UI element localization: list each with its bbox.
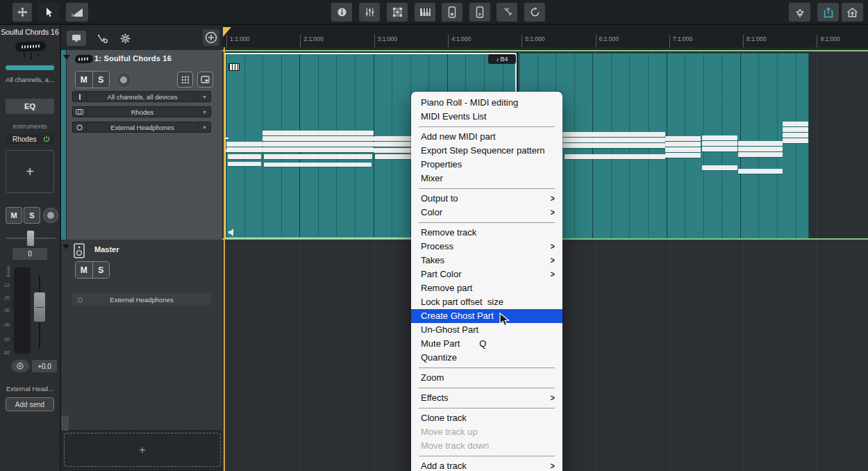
fader-scale-label: -30 [0,308,10,313]
menu-item-remove-part[interactable]: Remove part [411,281,562,295]
track-settings-button[interactable] [118,31,132,46]
menu-item-move-track-down[interactable]: Move track down [411,439,562,453]
submenu-arrow-icon: > [551,391,555,405]
menu-item-mixer[interactable]: Mixer [411,172,562,185]
info-icon [337,7,347,17]
track-output-label: External Headphones [87,124,198,131]
menu-item-process[interactable]: Process> [411,240,562,254]
midi-note [783,133,808,138]
fader-scale-label: -50 [0,338,10,342]
midi-note [665,142,701,147]
menu-item-remove-track[interactable]: Remove track [411,226,562,240]
pan-value[interactable]: 0 [12,248,47,260]
menu-item-zoom[interactable]: Zoom [411,371,562,385]
midi-note [738,141,783,146]
move-tool-button[interactable] [12,3,32,22]
ruler-tick [374,35,375,47]
track-input-label: All channels, all devices [87,93,198,101]
midi-note [738,152,783,157]
menu-item-clone-track[interactable]: Clone track [411,411,562,425]
sync-button[interactable] [524,3,545,22]
add-track-drop-area[interactable]: + [64,433,221,467]
mixer-button[interactable] [359,3,380,22]
share-button[interactable] [817,3,839,22]
virtual-keyboard-button[interactable] [415,3,435,22]
track-inputs-button[interactable] [67,31,86,46]
collapse-arrow-icon[interactable] [63,55,70,60]
track-panel-scrollbar-thumb[interactable] [61,415,69,431]
master-solo-button[interactable]: S [93,262,110,278]
menu-item-part-color[interactable]: Part Color> [411,267,562,281]
timeline-ruler[interactable]: 1:1:0002:1:0003:1:0004:1:0005:1:0006:1:0… [222,25,868,47]
automation-button[interactable] [94,31,111,46]
plugin-manager-button[interactable] [789,3,810,22]
menu-item-export-step-sequencer-pattern[interactable]: Export Step Sequencer pattern [411,144,562,158]
sidebar-mute-button[interactable]: M [6,207,22,224]
monitor-icon [72,34,81,42]
sidebar-solo-button[interactable]: S [24,207,40,224]
window-icon [201,76,210,83]
track-color-bar [6,65,54,70]
menu-item-create-ghost-part[interactable]: Create Ghost Part [411,309,562,323]
export-project-button[interactable] [842,3,863,22]
menu-item-output-to[interactable]: Output to> [411,192,562,206]
track-solo-button[interactable]: S [93,72,110,88]
track-input-selector[interactable]: All channels, all devices ▾ [72,91,211,102]
menu-item-color[interactable]: Color> [411,206,562,220]
context-menu: Piano Roll - MIDI editingMIDI Events Lis… [411,92,562,471]
menu-item-add-new-midi-part[interactable]: Add new MIDI part [411,130,562,144]
volume-fader-handle[interactable] [33,292,46,322]
fade-tool-button[interactable] [66,3,88,22]
fader-scale-label: -60 [0,351,10,355]
playhead-flag[interactable] [223,27,231,37]
eq-button[interactable]: EQ [6,99,54,114]
add-send-button[interactable]: Add send [6,397,54,411]
menu-item-quantize[interactable]: Quantize [411,351,562,365]
menu-item-midi-events-list[interactable]: MIDI Events List [411,110,562,124]
track-record-arm-button[interactable] [115,72,132,88]
menu-item-move-track-up[interactable]: Move track up [411,425,562,439]
menu-item-un-ghost-part[interactable]: Un-Ghost Part [411,323,562,337]
automation-read-button[interactable] [11,360,29,372]
ruler-tick-label: 3:1:000 [378,35,397,42]
track-editor-window-button[interactable] [197,72,213,88]
gain-value[interactable]: +0.0 [32,360,57,372]
midi-note [228,154,261,159]
power-icon[interactable] [43,135,50,142]
tuner-button[interactable] [496,3,517,22]
menu-item-mute-part[interactable]: Mute PartQ [411,337,562,351]
master-track-header[interactable]: Master M S External Headphones [61,240,222,431]
top-toolbar [0,0,868,25]
master-output-selector[interactable]: External Headphones [72,293,211,306]
info-button[interactable] [331,3,352,22]
master-mute-button[interactable]: M [76,262,93,278]
track-1-title: 1: Soulful Chords 16 [94,54,172,63]
step-clips-button[interactable] [387,3,408,22]
properties-sidebar: Soulful Chords 16 All channels, a... EQ … [0,25,61,471]
add-plugin-button[interactable]: + [6,150,54,193]
instrument-slot[interactable]: Rhodes [6,133,54,144]
pointer-tool-button[interactable] [38,3,59,22]
pan-slider-handle[interactable] [26,230,35,247]
menu-item-add-a-track[interactable]: Add a track> [411,459,562,471]
device-play-button[interactable] [469,3,490,22]
track-step-clip-button[interactable] [177,72,193,88]
menu-item-takes[interactable]: Takes> [411,254,562,267]
menu-item-effects[interactable]: Effects> [411,391,562,405]
ruler-tick-label: 5:1:000 [525,35,544,42]
master-output-label: External Headphones [110,296,173,304]
collapse-arrow-icon[interactable] [62,245,69,249]
add-track-button[interactable] [203,29,219,46]
track-mute-button[interactable]: M [76,72,93,88]
track-output-selector[interactable]: External Headphones ▾ [72,122,211,133]
sidebar-record-arm-button[interactable] [43,208,58,223]
device-record-button[interactable] [442,3,462,22]
ruler-tick-label: 1:1:000 [230,35,249,42]
menu-item-properties[interactable]: Properties [411,158,562,172]
clip-speaker-icon[interactable] [228,228,237,237]
track-1-header[interactable]: 1: Soulful Chords 16 M S All channels, a… [61,50,222,240]
menu-item-lock-part-offset-size[interactable]: Lock part offset size [411,295,562,309]
menu-item-piano-roll-midi-editing[interactable]: Piano Roll - MIDI editing [411,96,562,110]
track-instrument-selector[interactable]: Rhodes ▾ [72,106,211,117]
playhead-line[interactable] [224,47,225,471]
